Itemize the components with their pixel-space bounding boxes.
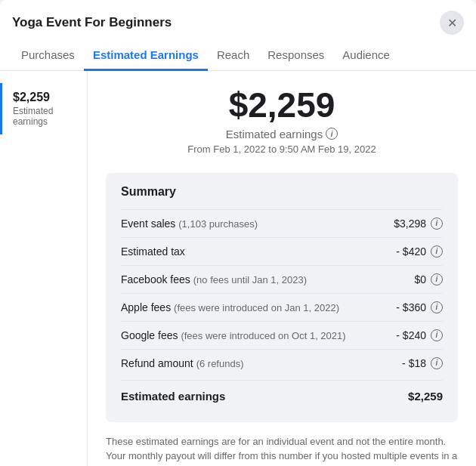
facebook-fees-info-icon[interactable]: i: [431, 273, 443, 285]
row-value-event-sales: $3,298: [394, 218, 426, 230]
close-icon: ✕: [447, 16, 457, 30]
row-label-event-sales: Event sales (1,103 purchases): [121, 218, 258, 230]
tab-audience[interactable]: Audience: [333, 41, 399, 71]
summary-row-google-fees: Google fees (fees were introduced on Oct…: [121, 321, 443, 349]
hero-section: $2,259 Estimated earnings i From Feb 1, …: [106, 86, 458, 155]
summary-row-facebook-fees: Facebook fees (no fees until Jan 1, 2023…: [121, 265, 443, 293]
sidebar-item-earnings[interactable]: $2,259 Estimated earnings: [0, 83, 87, 134]
tabs-container: Purchases Estimated Earnings Reach Respo…: [0, 41, 476, 71]
estimated-earnings-info-icon[interactable]: i: [326, 128, 338, 140]
summary-row-total: Estimated earnings $2,259: [121, 380, 443, 410]
row-label-estimated-tax: Estimated tax: [121, 245, 185, 258]
row-label-google-fees: Google fees (fees were introduced on Oct…: [121, 329, 346, 341]
refund-info-icon[interactable]: i: [431, 357, 443, 369]
summary-row-apple-fees: Apple fees (fees were introduced on Jan …: [121, 293, 443, 321]
sidebar: $2,259 Estimated earnings: [0, 71, 88, 466]
summary-title: Summary: [121, 185, 443, 199]
modal-container: Yoga Event For Beginners ✕ Purchases Est…: [0, 0, 476, 466]
summary-section: Summary Event sales (1,103 purchases) $3…: [106, 173, 458, 422]
estimated-tax-info-icon[interactable]: i: [431, 245, 443, 258]
tab-reach[interactable]: Reach: [208, 41, 258, 71]
google-fees-info-icon[interactable]: i: [431, 329, 443, 341]
row-label-refund: Refund amount (6 refunds): [121, 357, 244, 369]
hero-amount: $2,259: [106, 86, 458, 125]
tab-estimated-earnings[interactable]: Estimated Earnings: [84, 41, 208, 71]
summary-row-estimated-tax: Estimated tax - $420 i: [121, 237, 443, 265]
hero-date-range: From Feb 1, 2022 to 9:50 AM Feb 19, 2022: [106, 144, 458, 155]
modal-title: Yoga Event For Beginners: [12, 15, 172, 30]
row-value-estimated-tax: - $420: [396, 245, 426, 258]
sidebar-amount: $2,259: [13, 91, 76, 104]
close-button[interactable]: ✕: [440, 11, 464, 35]
hero-label: Estimated earnings i: [106, 128, 458, 140]
modal-header: Yoga Event For Beginners ✕: [0, 0, 476, 35]
sidebar-label: Estimated earnings: [13, 106, 76, 127]
summary-row-refund: Refund amount (6 refunds) - $18 i: [121, 349, 443, 377]
row-value-facebook-fees: $0: [414, 273, 426, 285]
disclaimer-section: These estimated earnings are for an indi…: [106, 434, 458, 466]
content-area: $2,259 Estimated earnings $2,259 Estimat…: [0, 71, 476, 466]
row-value-google-fees: - $240: [396, 329, 426, 341]
tab-purchases[interactable]: Purchases: [12, 41, 84, 71]
row-value-apple-fees: - $360: [396, 301, 426, 313]
apple-fees-info-icon[interactable]: i: [431, 301, 443, 313]
summary-row-event-sales: Event sales (1,103 purchases) $3,298 i: [121, 209, 443, 237]
total-value: $2,259: [408, 390, 443, 403]
row-value-refund: - $18: [402, 357, 426, 369]
main-content: $2,259 Estimated earnings i From Feb 1, …: [88, 71, 476, 466]
event-sales-info-icon[interactable]: i: [431, 218, 443, 230]
disclaimer-text: These estimated earnings are for an indi…: [106, 436, 457, 466]
row-label-apple-fees: Apple fees (fees were introduced on Jan …: [121, 301, 339, 313]
total-label: Estimated earnings: [121, 390, 225, 403]
row-label-facebook-fees: Facebook fees (no fees until Jan 1, 2023…: [121, 273, 307, 285]
tab-responses[interactable]: Responses: [258, 41, 333, 71]
